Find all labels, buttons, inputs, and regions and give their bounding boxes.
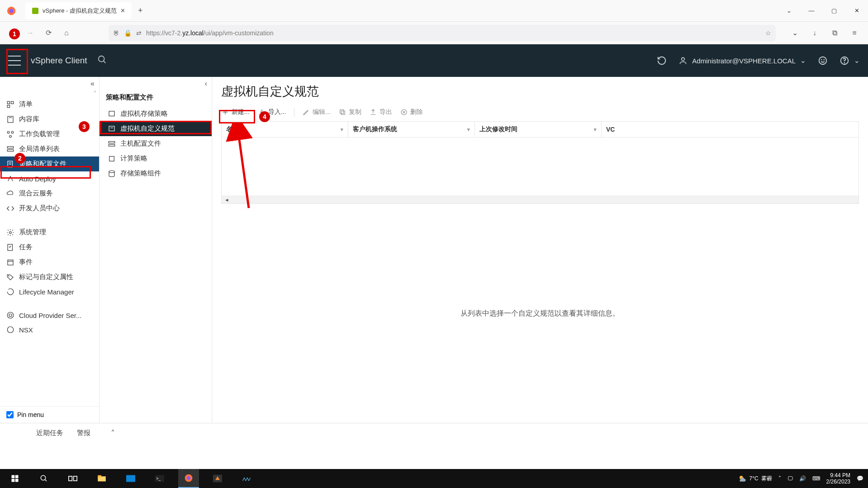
nav-reload-button[interactable]: ⟳	[41, 25, 56, 41]
svg-rect-2	[32, 8, 38, 14]
svg-rect-35	[109, 141, 115, 143]
tray-expand-icon[interactable]: ˄	[778, 475, 781, 482]
nav-cloud-provider[interactable]: Cloud Provider Ser...	[0, 308, 99, 322]
tray-monitor-icon[interactable]: 🖵	[787, 475, 793, 482]
pin-menu-checkbox[interactable]	[6, 411, 14, 418]
svg-rect-56	[126, 475, 135, 482]
nav-tags[interactable]: 标记与自定义属性	[0, 270, 99, 284]
sub-nav-collapse[interactable]: ‹	[100, 77, 212, 90]
start-button[interactable]	[5, 469, 25, 488]
pocket-icon[interactable]: ⌄	[786, 25, 804, 41]
explorer-app-icon[interactable]	[91, 469, 112, 488]
data-grid: 名称▾ 客户机操作系统▾ 上次修改时间▾ VC ◂	[221, 121, 859, 204]
url-bar[interactable]: ⛨ 🔒 ⇄ https://vc7-2.yz.local/ui/app/vm-c…	[109, 25, 776, 41]
window-minimize-button[interactable]: —	[800, 7, 823, 14]
extensions-icon[interactable]: ⧉	[825, 25, 844, 41]
content-area: 虚拟机自定义规范 新建... 导入... 编辑... 复制 导出 删除 名称▾ …	[212, 77, 868, 423]
desktop-app-icon[interactable]	[120, 469, 141, 488]
nav-home-button[interactable]: ⌂	[59, 25, 74, 41]
svg-rect-13	[7, 105, 9, 107]
nav-hybrid-cloud[interactable]: 混合云服务	[0, 186, 99, 201]
copy-button[interactable]: 复制	[339, 108, 361, 116]
nav-dev-center[interactable]: 开发人员中心	[0, 201, 99, 216]
tray-ime-icon[interactable]: ⌨	[812, 475, 820, 482]
menu-toggle-button[interactable]	[8, 56, 21, 66]
nav-global-inventory[interactable]: 全局清单列表	[0, 142, 99, 156]
edit-button[interactable]: 编辑...	[303, 108, 331, 116]
delete-button[interactable]: 删除	[400, 108, 423, 116]
scroll-up-icon[interactable]: ˄	[0, 90, 99, 97]
pin-menu-row[interactable]: Pin menu	[0, 406, 99, 423]
svg-rect-42	[340, 110, 344, 114]
nav-workload[interactable]: 工作负载管理	[0, 127, 99, 142]
terminal-app-icon[interactable]: >_	[149, 469, 170, 488]
svg-rect-14	[8, 116, 13, 123]
svg-rect-41	[341, 111, 345, 114]
svg-rect-20	[7, 149, 14, 151]
firefox-app-icon[interactable]	[178, 469, 199, 488]
nav-back-button[interactable]: ←	[5, 25, 20, 41]
nav-auto-deploy[interactable]: Auto Deploy	[0, 171, 99, 186]
svg-rect-19	[7, 147, 14, 148]
new-tab-button[interactable]: +	[132, 6, 149, 15]
firefox-logo-icon	[0, 6, 23, 16]
sub-item-vm-storage[interactable]: 虚拟机存储策略	[100, 106, 212, 121]
col-name[interactable]: 名称▾	[222, 122, 348, 137]
svg-point-24	[9, 231, 12, 233]
user-icon	[678, 56, 688, 65]
app-menu-icon[interactable]: ≡	[845, 25, 863, 41]
user-menu[interactable]: Administrator@VSPHERE.LOCAL ⌄	[678, 56, 806, 65]
sub-item-compute-policies[interactable]: 计算策略	[100, 151, 212, 166]
help-icon	[840, 56, 849, 66]
windows-taskbar: >_ 7°C 雾霾 ˄ 🖵 🔊 ⌨ 9:44 PM 2/26/2023 💬	[0, 469, 868, 488]
nav-lifecycle[interactable]: Lifecycle Manager	[0, 284, 99, 299]
col-os[interactable]: 客户机操作系统▾	[348, 122, 475, 137]
notifications-icon[interactable]: 💬	[857, 475, 863, 482]
alerts-tab[interactable]: 警报	[77, 429, 90, 437]
nav-policies-profiles[interactable]: 策略和配置文件	[0, 156, 99, 171]
nav-inventory[interactable]: 清单	[0, 97, 99, 112]
window-maximize-button[interactable]: ▢	[823, 7, 845, 14]
help-menu[interactable]: ⌄	[840, 56, 860, 66]
refresh-icon[interactable]	[657, 56, 667, 66]
left-nav: « ˄ 清单 内容库 工作负载管理 全局清单列表 策略和配置文件 Auto De…	[0, 77, 100, 423]
smiley-icon[interactable]	[818, 56, 828, 66]
grid-hscroll[interactable]: ◂	[222, 195, 859, 204]
browser-tab[interactable]: vSphere - 虚拟机自定义规范 ✕	[25, 2, 132, 19]
nav-nsx[interactable]: NSX	[0, 322, 99, 337]
sub-item-storage-components[interactable]: 存储策略组件	[100, 166, 212, 181]
tab-close-icon[interactable]: ✕	[120, 7, 125, 14]
task-view-icon[interactable]	[62, 469, 83, 488]
weather-icon	[738, 474, 746, 483]
taskbar-search-icon[interactable]	[33, 469, 54, 488]
tab-dropdown-icon[interactable]: ⌄	[778, 7, 800, 14]
downloads-icon[interactable]: ↓	[806, 25, 824, 41]
app-body: « ˄ 清单 内容库 工作负载管理 全局清单列表 策略和配置文件 Auto De…	[0, 77, 868, 423]
svg-point-5	[682, 57, 685, 61]
bookmark-star-icon[interactable]: ☆	[765, 29, 771, 37]
search-button[interactable]	[97, 55, 107, 67]
app-icon-2[interactable]	[236, 469, 257, 488]
sub-item-host-profiles[interactable]: 主机配置文件	[100, 136, 212, 151]
tray-volume-icon[interactable]: 🔊	[799, 475, 806, 482]
col-modified[interactable]: 上次修改时间▾	[475, 122, 602, 137]
window-close-button[interactable]: ✕	[845, 7, 868, 14]
sub-item-vm-customization[interactable]: 虚拟机自定义规范	[100, 121, 212, 136]
weather-widget[interactable]: 7°C 雾霾	[738, 474, 772, 483]
app-title: vSphere Client	[31, 56, 87, 66]
app-icon-1[interactable]	[207, 469, 228, 488]
nav-forward-button[interactable]: →	[23, 25, 38, 41]
nav-administration[interactable]: 系统管理	[0, 225, 99, 240]
tasks-expand-icon[interactable]: ˄	[111, 428, 115, 438]
export-button[interactable]: 导出	[370, 108, 392, 116]
recent-tasks-tab[interactable]: 近期任务	[36, 429, 63, 437]
taskbar-clock[interactable]: 9:44 PM 2/26/2023	[826, 472, 850, 485]
import-button[interactable]: 导入...	[258, 108, 286, 116]
nav-content-library[interactable]: 内容库	[0, 112, 99, 127]
new-button[interactable]: 新建...	[221, 108, 250, 117]
nav-events[interactable]: 事件	[0, 255, 99, 270]
col-vc[interactable]: VC	[602, 122, 859, 137]
left-nav-collapse[interactable]: «	[0, 77, 99, 90]
svg-point-17	[11, 131, 14, 133]
nav-tasks[interactable]: 任务	[0, 240, 99, 255]
